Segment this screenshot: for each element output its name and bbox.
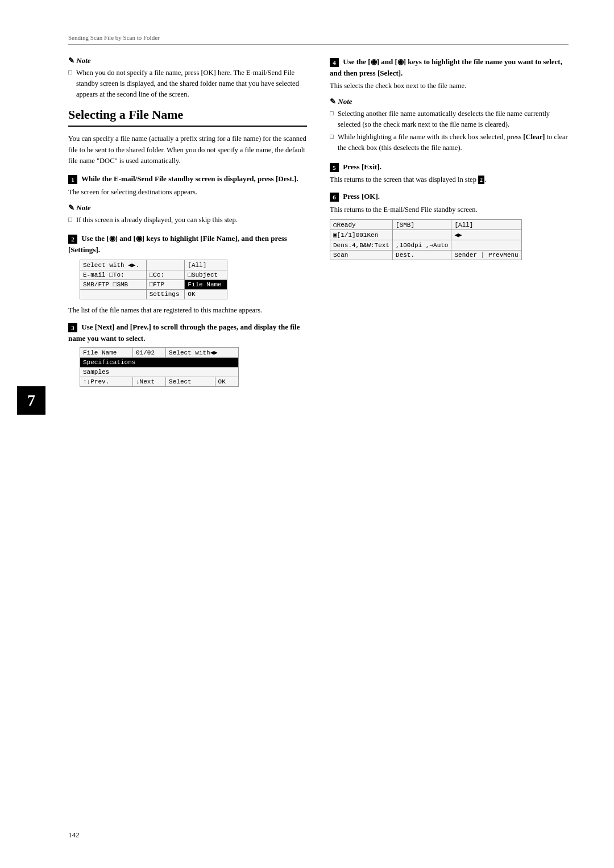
screen-cell-highlighted: Specifications [80, 358, 239, 368]
step-1-label: 1 While the E-mail/Send File standby scr… [68, 173, 307, 185]
step-6-label: 6 Press [OK]. [330, 191, 569, 202]
section-title: Selecting a File Name [68, 107, 307, 127]
screen-cell: OK [215, 377, 238, 387]
step-1: 1 While the E-mail/Send File standby scr… [68, 173, 307, 197]
screen-cell: □Cc: [146, 270, 185, 280]
step-3-number: 3 [68, 323, 77, 332]
screen-step-6: ◯Ready [SMB] [All] ▣[1/1]001Ken ◀▶ Dens.… [330, 219, 522, 260]
screen-row: E-mail □To: □Cc: □Subject [80, 270, 227, 280]
screen-cell: ↑↓Prev. [80, 377, 133, 387]
screen-cell: ▣[1/1]001Ken [330, 230, 393, 240]
step-5-text: Press [Exit]. [343, 162, 381, 171]
screen-cell: Samples [80, 368, 239, 377]
chapter-number: 7 [17, 386, 45, 415]
step-2-label: 2 Use the [◉] and [◉] keys to highlight … [68, 233, 307, 255]
note-title-2: Note [68, 203, 307, 212]
step-4: 4 Use the [◉] and [◉] keys to highlight … [330, 56, 569, 91]
note-item-3-2: While highlighting a file name with its … [330, 132, 569, 153]
screen-cell: 01/02 [132, 348, 165, 358]
screen-cell: Select with ◀▶. [80, 260, 147, 270]
right-column: 4 Use the [◉] and [◉] keys to highlight … [330, 56, 569, 393]
page-header: Sending Scan File by Scan to Folder [68, 34, 569, 45]
screen-step-2: Select with ◀▶. [All] E-mail □To: □Cc: □… [80, 260, 227, 299]
screen-cell: ↓Next [132, 377, 165, 387]
screen-row: ↑↓Prev. ↓Next Select OK [80, 377, 239, 387]
screen-cell: Settings [146, 290, 185, 299]
step-2-number: 2 [68, 235, 77, 244]
note-box-1: Note When you do not specify a file name… [68, 56, 307, 99]
screen-row: Dens.4,B&W:Text ,100dpi ,⇒Auto [330, 240, 522, 251]
screen-cell: □Subject [185, 270, 227, 280]
page-number: 142 [68, 831, 80, 840]
screen-row: Scan Dest. Sender | PrevMenu [330, 251, 522, 260]
screen-step-3: File Name 01/02 Select with◀▶ Specificat… [80, 347, 239, 387]
step-6-desc: This returns to the E-mail/Send File sta… [330, 205, 569, 215]
screen-cell: Sender | PrevMenu [451, 251, 521, 260]
screen-row: ◯Ready [SMB] [All] [330, 220, 522, 230]
screen-cell: [All] [185, 260, 227, 270]
breadcrumb: Sending Scan File by Scan to Folder [68, 34, 160, 41]
step-5-number: 5 [330, 163, 339, 172]
screen-cell [451, 240, 521, 251]
screen-row: Select with ◀▶. [All] [80, 260, 227, 270]
screen-cell: SMB/FTP □SMB [80, 280, 147, 290]
left-column: Note When you do not specify a file name… [68, 56, 307, 393]
screen-cell: Scan [330, 251, 393, 260]
screen-cell: OK [185, 290, 227, 299]
note-item-2-1: If this screen is already displayed, you… [68, 215, 307, 226]
step-5-label: 5 Press [Exit]. [330, 161, 569, 173]
screen-row: Settings OK [80, 290, 227, 299]
step-4-desc: This selects the check box next to the f… [330, 81, 569, 91]
step-3-label: 3 Use [Next] and [Prev.] to scroll throu… [68, 322, 307, 344]
screen-cell: File Name [80, 348, 133, 358]
step-4-number: 4 [330, 58, 339, 67]
screen-row: Samples [80, 368, 239, 377]
step-6: 6 Press [OK]. This returns to the E-mail… [330, 191, 569, 260]
screen-cell [146, 260, 185, 270]
note-box-3: Note Selecting another file name automat… [330, 97, 569, 153]
screen-cell [80, 290, 147, 299]
screen-cell: Select with◀▶ [166, 348, 239, 358]
screen-cell: [SMB] [393, 220, 451, 230]
screen-cell: Select [166, 377, 215, 387]
step-1-number: 1 [68, 175, 77, 184]
note-title-1: Note [68, 56, 307, 65]
step-3: 3 Use [Next] and [Prev.] to scroll throu… [68, 322, 307, 387]
screen-row: ▣[1/1]001Ken ◀▶ [330, 230, 522, 240]
screen-row: Specifications [80, 358, 239, 368]
note-item-3-1: Selecting another file name automaticall… [330, 108, 569, 130]
screen-row: File Name 01/02 Select with◀▶ [80, 348, 239, 358]
screen-cell-highlighted: File Name [185, 280, 227, 290]
content-area: Note When you do not specify a file name… [68, 56, 569, 393]
note-title-3: Note [330, 97, 569, 106]
screen-cell: □FTP [146, 280, 185, 290]
screen-cell: ◯Ready [330, 220, 393, 230]
step-3-text: Use [Next] and [Prev.] to scroll through… [68, 323, 300, 343]
step-4-text: Use the [◉] and [◉] keys to highlight th… [330, 57, 562, 77]
note-item-1-1: When you do not specify a file name, pre… [68, 68, 307, 99]
screen-cell: E-mail □To: [80, 270, 147, 280]
step-1-text: While the E-mail/Send File standby scree… [81, 174, 298, 183]
step-4-label: 4 Use the [◉] and [◉] keys to highlight … [330, 56, 569, 78]
intro-text: You can specify a file name (actually a … [68, 133, 307, 166]
step-6-text: Press [OK]. [343, 192, 380, 201]
screen-cell: Dest. [393, 251, 451, 260]
step-5-desc: This returns to the screen that was disp… [330, 174, 569, 185]
step-1-desc: The screen for selecting destinations ap… [68, 187, 307, 198]
step-2: 2 Use the [◉] and [◉] keys to highlight … [68, 233, 307, 299]
screen-cell: ,100dpi ,⇒Auto [393, 240, 451, 251]
page: 7 Sending Scan File by Scan to Folder No… [0, 0, 614, 868]
caption-step-2: The list of the file names that are regi… [68, 305, 307, 316]
step-6-number: 6 [330, 193, 339, 202]
screen-cell [393, 230, 451, 240]
note-box-2: Note If this screen is already displayed… [68, 203, 307, 226]
screen-row: SMB/FTP □SMB □FTP File Name [80, 280, 227, 290]
screen-cell: Dens.4,B&W:Text [330, 240, 393, 251]
step-5: 5 Press [Exit]. This returns to the scre… [330, 161, 569, 185]
screen-cell: ◀▶ [451, 230, 521, 240]
step-2-text: Use the [◉] and [◉] keys to highlight [F… [68, 234, 287, 254]
screen-cell: [All] [451, 220, 521, 230]
